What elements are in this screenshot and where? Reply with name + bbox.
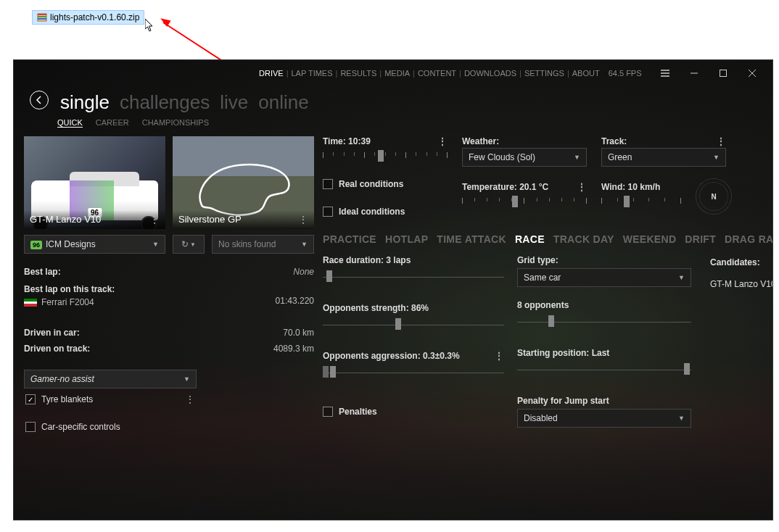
nav-about[interactable]: ABOUT bbox=[572, 69, 600, 78]
ideal-conditions-checkbox[interactable] bbox=[323, 207, 333, 217]
chevron-down-icon: ▼ bbox=[678, 415, 685, 422]
tab-hotlap[interactable]: HOTLAP bbox=[385, 233, 428, 245]
best-lap-value: None bbox=[293, 267, 314, 277]
nav-downloads[interactable]: DOWNLOADS bbox=[464, 69, 516, 78]
duration-slider[interactable] bbox=[323, 268, 504, 286]
titlebar: DRIVE| LAP TIMES| RESULTS| MEDIA| CONTEN… bbox=[14, 60, 772, 86]
opponents-label: 8 opponents bbox=[517, 300, 569, 310]
mode-live[interactable]: live bbox=[220, 91, 248, 114]
track-card[interactable]: Silverstone GP ⋮ bbox=[173, 136, 314, 229]
chevron-down-icon: ▼ bbox=[713, 154, 720, 161]
position-label: Starting position: Last bbox=[517, 348, 609, 358]
skin-random-button[interactable]: ↻▼ bbox=[173, 235, 205, 254]
temp-slider[interactable] bbox=[462, 194, 587, 211]
nav-results[interactable]: RESULTS bbox=[340, 69, 376, 78]
desktop-file-name: lights-patch-v0.1.60.zip bbox=[50, 12, 139, 22]
mode-online[interactable]: online bbox=[258, 91, 308, 114]
brand-dropdown[interactable]: 96ICM Designs ▼ bbox=[24, 235, 165, 254]
real-conditions-label: Real conditions bbox=[339, 179, 403, 189]
driven-track-label: Driven on track: bbox=[24, 344, 90, 354]
subtab-quick[interactable]: QUICK bbox=[57, 118, 83, 128]
track-status-label: Track: bbox=[601, 136, 627, 146]
ideal-conditions-label: Ideal conditions bbox=[339, 207, 405, 217]
penalties-label: Penalties bbox=[339, 407, 377, 417]
track-status-dropdown[interactable]: Green ▼ bbox=[601, 148, 726, 167]
nav-media[interactable]: MEDIA bbox=[384, 69, 410, 78]
svg-rect-1 bbox=[38, 14, 46, 15]
penalty-jump-dropdown[interactable]: Disabled ▼ bbox=[517, 409, 691, 428]
compass[interactable]: N bbox=[696, 178, 732, 215]
desktop-file[interactable]: lights-patch-v0.1.60.zip bbox=[32, 10, 144, 25]
mode-tabs: single challenges live online bbox=[60, 91, 309, 114]
driven-car-label: Driven in car: bbox=[24, 328, 80, 338]
time-slider[interactable] bbox=[323, 148, 448, 165]
candidates-label: Candidates: bbox=[710, 257, 760, 267]
cursor-icon bbox=[145, 19, 155, 34]
skin-dropdown[interactable]: No skins found ▼ bbox=[212, 235, 314, 254]
tab-timeattack[interactable]: TIME ATTACK bbox=[437, 233, 506, 245]
nav-content[interactable]: CONTENT bbox=[418, 69, 456, 78]
close-button[interactable] bbox=[738, 65, 767, 82]
back-button[interactable] bbox=[30, 91, 49, 109]
svg-rect-5 bbox=[173, 136, 314, 176]
app-window: DRIVE| LAP TIMES| RESULTS| MEDIA| CONTEN… bbox=[13, 59, 773, 520]
car-specific-checkbox[interactable] bbox=[25, 422, 36, 432]
track-menu-icon[interactable]: ⋮ bbox=[716, 138, 726, 144]
opponents-slider[interactable] bbox=[517, 313, 691, 331]
grid-dropdown[interactable]: Same car ▼ bbox=[517, 268, 691, 287]
candidate-item[interactable]: GT-M Lanzo V10 ✕ bbox=[710, 275, 773, 293]
preset-dropdown[interactable]: Gamer-no assist ▼ bbox=[24, 370, 197, 388]
aggression-slider[interactable] bbox=[323, 364, 504, 381]
car-card[interactable]: 96 GT-M Lanzo V10 ⋮ bbox=[24, 136, 165, 229]
nav-drive[interactable]: DRIVE bbox=[259, 69, 284, 78]
minimize-button[interactable] bbox=[680, 65, 709, 82]
tab-race[interactable]: RACE bbox=[515, 233, 545, 245]
nav-settings[interactable]: SETTINGS bbox=[524, 69, 564, 78]
tab-practice[interactable]: PRACTICE bbox=[323, 233, 376, 245]
temp-menu-icon[interactable]: ⋮ bbox=[577, 184, 587, 190]
real-conditions-checkbox[interactable] bbox=[323, 179, 333, 189]
position-slider[interactable] bbox=[517, 361, 691, 378]
subtab-career[interactable]: CAREER bbox=[96, 118, 129, 128]
tab-weekend[interactable]: WEEKEND bbox=[623, 233, 677, 245]
tab-dragrace[interactable]: DRAG RACE bbox=[725, 233, 773, 245]
best-track-label: Best lap on this track: bbox=[24, 284, 314, 294]
chevron-down-icon: ▼ bbox=[152, 241, 159, 248]
chevron-down-icon: ▼ bbox=[301, 241, 308, 248]
nav-laptimes[interactable]: LAP TIMES bbox=[291, 69, 332, 78]
penalties-checkbox[interactable] bbox=[323, 407, 333, 417]
strength-label: Opponents strength: 86% bbox=[323, 303, 429, 313]
hamburger-icon[interactable] bbox=[651, 65, 680, 82]
chevron-down-icon: ▼ bbox=[678, 274, 685, 281]
wind-label: Wind: 10 km/h bbox=[601, 182, 660, 192]
aggression-menu-icon[interactable]: ⋮ bbox=[494, 353, 504, 359]
svg-rect-2 bbox=[38, 16, 46, 17]
chevron-down-icon: ▼ bbox=[574, 154, 580, 161]
flag-icon bbox=[24, 299, 37, 307]
mode-single[interactable]: single bbox=[60, 91, 110, 114]
tyre-menu-icon[interactable]: ⋮ bbox=[185, 396, 195, 402]
car-specific-label: Car-specific controls bbox=[41, 422, 120, 432]
track-menu-icon[interactable]: ⋮ bbox=[298, 217, 308, 223]
tab-drift[interactable]: DRIFT bbox=[685, 233, 716, 245]
time-menu-icon[interactable]: ⋮ bbox=[437, 138, 448, 144]
car-menu-icon[interactable]: ⋮ bbox=[149, 217, 160, 223]
driven-car-value: 70.0 km bbox=[283, 328, 314, 338]
track-car: Ferrari F2004 bbox=[41, 297, 94, 307]
driven-track-value: 4089.3 km bbox=[273, 344, 314, 354]
svg-rect-3 bbox=[38, 18, 46, 20]
maximize-button[interactable] bbox=[709, 65, 738, 82]
car-name: GT-M Lanzo V10 bbox=[30, 214, 101, 225]
svg-rect-4 bbox=[720, 70, 727, 77]
mode-challenges[interactable]: challenges bbox=[120, 91, 210, 114]
strength-slider[interactable] bbox=[323, 316, 504, 333]
grid-label: Grid type: bbox=[517, 255, 559, 265]
duration-label: Race duration: 3 laps bbox=[323, 255, 411, 265]
top-nav: DRIVE| LAP TIMES| RESULTS| MEDIA| CONTEN… bbox=[20, 69, 642, 78]
tab-trackday[interactable]: TRACK DAY bbox=[553, 233, 614, 245]
wind-slider[interactable] bbox=[601, 194, 681, 211]
subtab-championships[interactable]: CHAMPIONSHIPS bbox=[142, 118, 209, 128]
archive-icon bbox=[37, 12, 47, 22]
tyre-blankets-checkbox[interactable]: ✓ bbox=[25, 394, 36, 404]
weather-dropdown[interactable]: Few Clouds (Sol) ▼ bbox=[462, 148, 587, 167]
